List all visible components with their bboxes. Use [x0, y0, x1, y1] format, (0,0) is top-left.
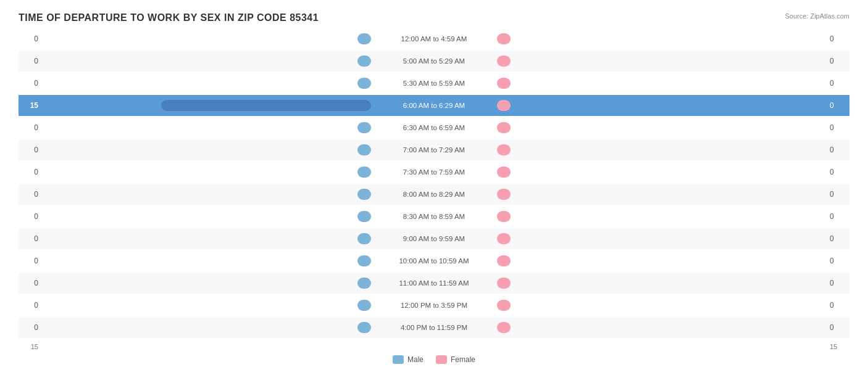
female-bar: [497, 255, 511, 266]
female-value: 0: [825, 101, 849, 110]
chart-row: 0 10:00 AM to 10:59 AM 0: [19, 250, 849, 271]
time-label: 12:00 PM to 3:59 PM: [372, 302, 496, 309]
chart-row: 0 5:30 AM to 5:59 AM 0: [19, 73, 849, 94]
female-value: 0: [825, 279, 849, 287]
time-label: 10:00 AM to 10:59 AM: [372, 257, 496, 265]
male-label: Male: [407, 355, 424, 364]
chart-title: TIME OF DEPARTURE TO WORK BY SEX IN ZIP …: [19, 12, 849, 23]
male-bar: [357, 122, 371, 133]
female-bar: [497, 144, 511, 155]
male-value: 0: [19, 146, 43, 154]
female-value: 0: [825, 301, 849, 310]
male-value: 0: [19, 123, 43, 132]
female-bar: [497, 122, 511, 133]
time-label: 11:00 AM to 11:59 AM: [372, 279, 496, 287]
bar-area: 7:30 AM to 7:59 AM: [43, 162, 825, 183]
chart-row: 0 7:00 AM to 7:29 AM 0: [19, 139, 849, 160]
bar-area: 5:00 AM to 5:29 AM: [43, 51, 825, 72]
time-label: 9:00 AM to 9:59 AM: [372, 235, 496, 242]
male-bar: [357, 167, 371, 178]
time-label: 7:30 AM to 7:59 AM: [372, 168, 496, 176]
male-swatch: [393, 355, 404, 364]
axis-right-max: 15: [825, 343, 849, 350]
female-value: 0: [825, 168, 849, 176]
female-value: 0: [825, 146, 849, 154]
female-swatch: [436, 355, 447, 364]
male-value: 0: [19, 279, 43, 287]
chart-row: 0 8:00 AM to 8:29 AM 0: [19, 184, 849, 205]
chart-row: 0 12:00 PM to 3:59 PM 0: [19, 295, 849, 316]
male-value: 0: [19, 79, 43, 88]
male-value: 0: [19, 234, 43, 243]
bar-area: 4:00 PM to 11:59 PM: [43, 317, 825, 338]
chart-row: 0 12:00 AM to 4:59 AM 0: [19, 28, 849, 49]
male-bar: [357, 33, 371, 44]
female-bar: [497, 300, 511, 311]
male-bar: [357, 255, 371, 266]
female-value: 0: [825, 323, 849, 332]
female-bar: [497, 78, 511, 89]
male-bar: [357, 300, 371, 311]
male-value: 0: [19, 301, 43, 310]
female-value: 0: [825, 123, 849, 132]
bar-area: 7:00 AM to 7:29 AM: [43, 139, 825, 160]
female-value: 0: [825, 35, 849, 43]
male-value: 0: [19, 35, 43, 43]
chart-area: 0 12:00 AM to 4:59 AM 0 0: [19, 28, 849, 364]
bar-area: 9:00 AM to 9:59 AM: [43, 228, 825, 249]
bar-area: 6:00 AM to 6:29 AM: [43, 95, 825, 116]
chart-row: 0 4:00 PM to 11:59 PM 0: [19, 317, 849, 338]
chart-row: 0 5:00 AM to 5:29 AM 0: [19, 51, 849, 72]
legend-female: Female: [436, 355, 475, 364]
female-value: 0: [825, 212, 849, 221]
bar-area: 12:00 PM to 3:59 PM: [43, 295, 825, 316]
male-value: 0: [19, 212, 43, 221]
bar-area: 6:30 AM to 6:59 AM: [43, 117, 825, 138]
bar-area: 11:00 AM to 11:59 AM: [43, 273, 825, 294]
male-bar: [357, 56, 371, 67]
axis-left-min: 15: [19, 343, 43, 350]
female-value: 0: [825, 190, 849, 199]
chart-container: TIME OF DEPARTURE TO WORK BY SEX IN ZIP …: [19, 12, 849, 364]
female-bar: [497, 233, 511, 244]
bar-area: 5:30 AM to 5:59 AM: [43, 73, 825, 94]
male-bar: [357, 78, 371, 89]
chart-rows: 0 12:00 AM to 4:59 AM 0 0: [19, 28, 849, 339]
male-bar: [357, 278, 371, 289]
time-label: 4:00 PM to 11:59 PM: [372, 324, 496, 331]
bar-area: 8:00 AM to 8:29 AM: [43, 184, 825, 205]
female-bar: [497, 278, 511, 289]
female-value: 0: [825, 257, 849, 265]
time-label: 7:00 AM to 7:29 AM: [372, 146, 496, 154]
male-value: 15: [19, 101, 43, 110]
time-label: 6:00 AM to 6:29 AM: [372, 102, 496, 109]
bar-area: 12:00 AM to 4:59 AM: [43, 28, 825, 49]
time-label: 5:00 AM to 5:29 AM: [372, 57, 496, 65]
male-bar: [357, 144, 371, 155]
chart-row: 0 9:00 AM to 9:59 AM 0: [19, 228, 849, 249]
male-value: 0: [19, 257, 43, 265]
female-bar: [497, 56, 511, 67]
time-label: 12:00 AM to 4:59 AM: [372, 35, 496, 43]
male-bar: [357, 211, 371, 222]
male-value: 0: [19, 57, 43, 65]
time-label: 8:30 AM to 8:59 AM: [372, 213, 496, 220]
female-bar: [497, 189, 511, 200]
chart-row: 0 8:30 AM to 8:59 AM 0: [19, 206, 849, 227]
axis-row: 15 15: [19, 343, 849, 350]
male-value: 0: [19, 190, 43, 199]
bar-area: 8:30 AM to 8:59 AM: [43, 206, 825, 227]
female-bar: [497, 100, 511, 111]
legend-male: Male: [393, 355, 424, 364]
male-bar: [357, 233, 371, 244]
female-value: 0: [825, 234, 849, 243]
female-value: 0: [825, 79, 849, 88]
male-value: 0: [19, 168, 43, 176]
time-label: 8:00 AM to 8:29 AM: [372, 191, 496, 198]
female-label: Female: [451, 355, 475, 364]
male-bar: [357, 322, 371, 333]
female-bar: [497, 322, 511, 333]
chart-row: 0 11:00 AM to 11:59 AM 0: [19, 273, 849, 294]
time-label: 5:30 AM to 5:59 AM: [372, 80, 496, 87]
chart-row: 15 6:00 AM to 6:29 AM 0: [19, 95, 849, 116]
